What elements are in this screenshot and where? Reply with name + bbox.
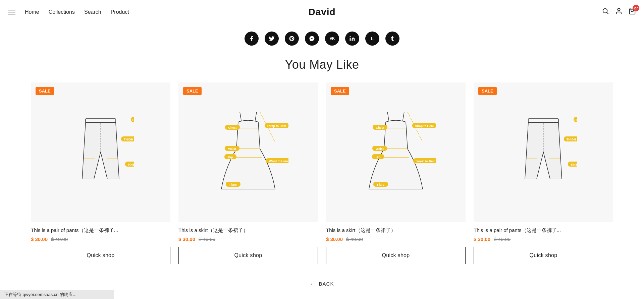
svg-text:FRONT RISE: FRONT RISE — [132, 118, 134, 122]
product-prices-1: $ 30.00 $ 40.00 — [31, 236, 170, 242]
status-text: 正在等待 qwyei.oemsaas.cn 的响应... — [4, 292, 76, 297]
svg-text:Strap to Hem: Strap to Hem — [415, 124, 434, 128]
product-title-3: This is a skirt（这是一条裙子） — [326, 227, 466, 234]
facebook-icon[interactable] — [245, 32, 259, 46]
cart-icon[interactable]: 27 — [629, 7, 636, 16]
svg-point-4 — [350, 36, 351, 37]
product-image-2: SALE — [178, 82, 318, 222]
orig-price-3: $ 40.00 — [346, 236, 363, 242]
svg-text:KNEE: KNEE — [571, 163, 577, 166]
svg-text:FRONT RISE: FRONT RISE — [575, 118, 577, 122]
svg-line-41 — [387, 112, 389, 122]
svg-text:KNEE: KNEE — [128, 163, 134, 166]
section-title: You May Like — [0, 58, 644, 72]
product-card-4: SALE FRONT RISE — [474, 82, 613, 264]
back-button[interactable]: ← BACK — [310, 281, 334, 287]
svg-line-42 — [402, 112, 404, 122]
quick-shop-button-4[interactable]: Quick shop — [474, 247, 613, 264]
svg-point-0 — [603, 9, 607, 13]
sale-price-2: $ 30.00 — [178, 236, 195, 242]
sale-badge-1: SALE — [36, 87, 54, 95]
linkedin-icon[interactable] — [345, 32, 359, 46]
svg-text:Hip: Hip — [228, 156, 233, 159]
product-prices-4: $ 30.00 $ 40.00 — [474, 236, 613, 242]
sale-badge-3: SALE — [331, 87, 349, 95]
messenger-icon[interactable] — [305, 32, 319, 46]
svg-rect-59 — [528, 119, 558, 123]
quick-shop-button-1[interactable]: Quick shop — [31, 247, 170, 264]
header: Home Collections Search Product David 27 — [0, 0, 644, 24]
quick-shop-button-3[interactable]: Quick shop — [326, 247, 466, 264]
product-prices-2: $ 30.00 $ 40.00 — [178, 236, 318, 242]
svg-text:Chest: Chest — [228, 126, 236, 129]
svg-text:Strap to Hem: Strap to Hem — [267, 124, 286, 128]
sale-badge-4: SALE — [478, 87, 497, 95]
svg-text:Flare: Flare — [377, 183, 384, 186]
svg-text:Hip: Hip — [376, 156, 381, 159]
svg-line-1 — [607, 12, 608, 14]
svg-text:THIGH: THIGH — [567, 138, 576, 141]
account-icon[interactable] — [615, 7, 623, 16]
svg-text:Chest: Chest — [376, 126, 384, 129]
svg-text:Waist: Waist — [376, 147, 384, 151]
svg-text:Waist: Waist — [228, 147, 236, 151]
header-left: Home Collections Search Product — [8, 9, 129, 15]
sale-badge-2: SALE — [183, 87, 202, 95]
svg-line-23 — [240, 112, 241, 122]
product-image-4: SALE FRONT RISE — [474, 82, 613, 222]
nav-product[interactable]: Product — [111, 9, 129, 15]
product-card-2: SALE — [178, 82, 318, 264]
pinterest-icon[interactable] — [285, 32, 299, 46]
svg-rect-5 — [86, 119, 116, 123]
product-image-1: SALE — [31, 82, 170, 222]
nav-collections[interactable]: Collections — [49, 9, 75, 15]
tumblr-icon[interactable] — [385, 32, 399, 46]
line-icon[interactable]: L — [365, 32, 379, 46]
product-card-1: SALE — [31, 82, 170, 264]
product-title-4: This is a pair of pants（这是一条裤子... — [474, 227, 613, 234]
social-bar: VK L — [0, 24, 644, 52]
back-label: BACK — [319, 281, 334, 287]
quick-shop-button-2[interactable]: Quick shop — [178, 247, 318, 264]
nav-home[interactable]: Home — [25, 9, 39, 15]
twitter-icon[interactable] — [265, 32, 279, 46]
orig-price-4: $ 40.00 — [494, 236, 511, 242]
svg-text:THIGH: THIGH — [124, 138, 133, 141]
search-icon[interactable] — [602, 7, 609, 16]
status-bar: 正在等待 qwyei.oemsaas.cn 的响应... — [0, 290, 114, 299]
product-image-3: SALE — [326, 82, 466, 222]
hamburger-menu-icon[interactable] — [8, 10, 15, 14]
svg-text:Waist to Hem: Waist to Hem — [269, 160, 288, 163]
vk-icon[interactable]: VK — [325, 32, 339, 46]
product-title-2: This is a skirt（这是一条裙子） — [178, 227, 318, 234]
sale-price-3: $ 30.00 — [326, 236, 343, 242]
back-arrow-icon: ← — [310, 281, 316, 287]
brand-name: David — [308, 7, 335, 17]
product-title-1: This is a pair of pants（这是一条裤子... — [31, 227, 170, 234]
brand-logo: David — [308, 7, 335, 17]
svg-text:Waist to Hem: Waist to Hem — [417, 160, 436, 163]
nav-search[interactable]: Search — [84, 9, 101, 15]
sale-price-4: $ 30.00 — [474, 236, 490, 242]
sale-price-1: $ 30.00 — [31, 236, 48, 242]
product-card-3: SALE — [326, 82, 466, 264]
header-right: 27 — [602, 7, 636, 16]
orig-price-2: $ 40.00 — [199, 236, 215, 242]
svg-point-2 — [618, 8, 620, 11]
svg-line-24 — [255, 112, 257, 122]
product-grid: SALE — [20, 82, 624, 278]
cart-badge: 27 — [633, 5, 639, 11]
svg-text:Flare: Flare — [229, 183, 237, 186]
orig-price-1: $ 40.00 — [51, 236, 68, 242]
product-prices-3: $ 30.00 $ 40.00 — [326, 236, 466, 242]
